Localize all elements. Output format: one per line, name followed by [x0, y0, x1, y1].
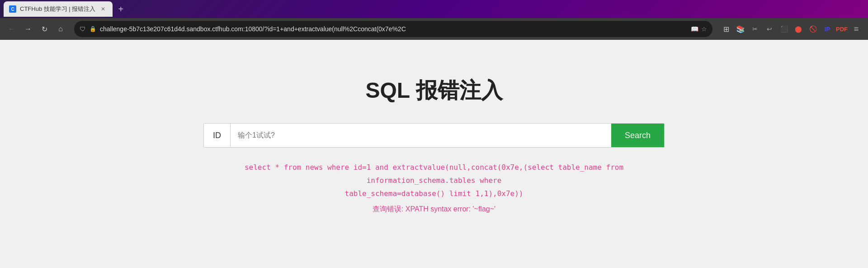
- bookmark-icon[interactable]: ☆: [701, 25, 707, 33]
- toolbar-right: ⊞ 📚 ✂ ↩ ⬛ ⬤ 🚫 IP PDF: [720, 23, 863, 35]
- tab-favicon: C: [9, 5, 16, 13]
- tab-title: CTFHub 技能学习 | 报错注入: [20, 5, 95, 13]
- menu-button[interactable]: ≡: [850, 23, 863, 35]
- search-form: ID Search: [203, 123, 665, 148]
- pdf-icon[interactable]: PDF: [835, 23, 848, 35]
- reader-icon[interactable]: 📖: [691, 25, 698, 33]
- search-button[interactable]: Search: [611, 124, 664, 147]
- sql-line-1: select * from news where id=1 and extrac…: [203, 161, 665, 187]
- page-wrapper: SQL 报错注入 ID Search select * from news wh…: [176, 58, 692, 250]
- address-bar-container[interactable]: 🛡 🔒 📖 ☆: [74, 21, 712, 37]
- address-bar-icons: 📖 ☆: [691, 25, 707, 33]
- security-icon: 🛡: [80, 25, 86, 33]
- reload-button[interactable]: ↻: [38, 23, 51, 35]
- sql-line-2: table_schema=database() limit 1,1),0x7e)…: [203, 187, 665, 201]
- https-icon: 🔒: [90, 26, 96, 32]
- lastpass-icon[interactable]: ⬛: [778, 23, 790, 35]
- browser-toolbar: ← → ↻ ⌂ 🛡 🔒 📖 ☆ ⊞ 📚: [0, 18, 868, 40]
- undo-icon[interactable]: ↩: [763, 23, 776, 35]
- page-title: SQL 报错注入: [203, 76, 665, 105]
- proxy-icon[interactable]: IP: [821, 23, 834, 35]
- browser-chrome: C CTFHub 技能学习 | 报错注入 ✕ + ← → ↻ ⌂ 🛡 🔒 📖: [0, 0, 868, 268]
- sql-query-display: select * from news where id=1 and extrac…: [203, 161, 665, 200]
- browser-tab[interactable]: C CTFHub 技能学习 | 报错注入 ✕: [4, 1, 113, 17]
- back-button[interactable]: ←: [5, 23, 18, 35]
- address-input[interactable]: [100, 25, 687, 33]
- tampermonkey-icon[interactable]: ⬤: [792, 23, 805, 35]
- forward-button[interactable]: →: [22, 23, 34, 35]
- tab-bar: C CTFHub 技能学习 | 报错注入 ✕ +: [0, 0, 868, 18]
- search-label: ID: [204, 124, 231, 147]
- bookmarks-library-icon[interactable]: 📚: [734, 23, 747, 35]
- screenshot-icon[interactable]: ✂: [749, 23, 761, 35]
- search-input[interactable]: [231, 124, 611, 147]
- error-message: 查询错误: XPATH syntax error: '~flag~': [203, 205, 665, 214]
- tab-close-button[interactable]: ✕: [99, 5, 107, 13]
- adblock-icon[interactable]: 🚫: [807, 23, 819, 35]
- new-tab-button[interactable]: +: [114, 3, 127, 15]
- browser-content: SQL 报错注入 ID Search select * from news wh…: [0, 40, 868, 268]
- home-button[interactable]: ⌂: [54, 23, 67, 35]
- extensions-icon[interactable]: ⊞: [720, 23, 732, 35]
